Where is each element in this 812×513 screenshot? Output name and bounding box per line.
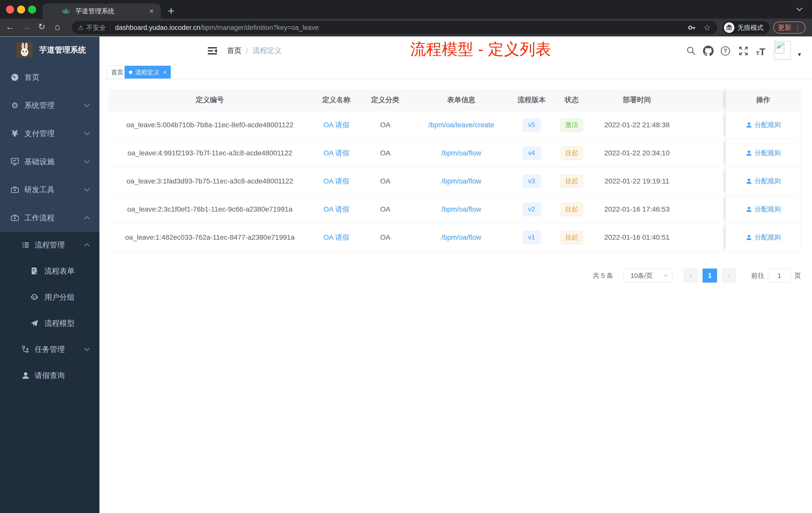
form-link[interactable]: /bpm/oa/flow xyxy=(441,233,481,241)
tab-close-icon[interactable]: × xyxy=(149,7,154,15)
address-bar[interactable]: ⚠ 不安全 dashboard.yudao.iocoder.cn /bpm/ma… xyxy=(72,21,717,34)
sidebar-item-label: 流程模型 xyxy=(45,318,75,329)
status-badge: 挂起 xyxy=(561,147,583,160)
window-minimize-button[interactable] xyxy=(17,5,25,13)
col-header-version: 流程版本 xyxy=(513,89,550,111)
definition-name-link[interactable]: OA 请假 xyxy=(323,148,349,158)
new-tab-button[interactable]: + xyxy=(168,4,174,18)
assign-rule-link[interactable]: 分配规则 xyxy=(746,177,781,185)
sidebar-item-workflow[interactable]: 工作流程 xyxy=(0,204,99,232)
sidebar-item-process-mgmt[interactable]: 流程管理 xyxy=(0,232,99,258)
avatar-caret-icon[interactable]: ▼ xyxy=(797,52,802,58)
version-badge: v3 xyxy=(522,175,541,188)
col-header-id: 定义编号 xyxy=(109,89,311,111)
browser-menu-dots-icon[interactable]: ⋮ xyxy=(794,24,801,32)
font-size-icon[interactable]: TT xyxy=(756,47,765,58)
password-key-icon[interactable] xyxy=(688,23,696,32)
prev-page-button[interactable]: ‹ xyxy=(684,269,698,282)
pagination-total: 共 5 条 xyxy=(593,271,613,280)
sidebar-item-payment[interactable]: ¥ 支付管理 xyxy=(0,119,99,148)
page-content: 定义编号 定义名称 定义分类 表单信息 流程版本 状态 部署时间 操作 oa_l… xyxy=(99,79,812,513)
sidebar-item-system[interactable]: ⚙ 系统管理 xyxy=(0,91,99,119)
sidebar-item-process-model[interactable]: 流程模型 xyxy=(0,310,99,336)
browser-toolbar: ← → ↻ ⌂ ⚠ 不安全 dashboard.yudao.iocoder.cn… xyxy=(0,19,812,36)
goto-page-input[interactable] xyxy=(768,269,791,282)
sidebar-item-label: 任务管理 xyxy=(35,344,65,355)
definition-name-link[interactable]: OA 请假 xyxy=(323,233,349,242)
help-icon[interactable]: ? xyxy=(720,46,731,56)
browser-tab[interactable]: 芋道管理系统 × xyxy=(43,3,161,19)
tag-process-definition[interactable]: 流程定义 × xyxy=(124,66,171,79)
chevron-down-icon xyxy=(83,187,90,192)
sidebar: 芋道管理系统 首页 ⚙ 系统管理 ¥ 支付管理 xyxy=(0,37,99,513)
cell-deploy-time: 2022-01-16 01:40:51 xyxy=(593,223,680,251)
main-area: 首页 / 流程定义 ? T xyxy=(99,37,812,513)
avatar[interactable] xyxy=(774,41,791,60)
table-row: oa_leave:3:1fad3d93-7b75-11ec-a3c8-acde4… xyxy=(109,167,801,195)
window-close-button[interactable] xyxy=(6,5,14,13)
table-row: oa_leave:5:004b710b-7b8a-11ec-8ef0-acde4… xyxy=(109,111,801,139)
breadcrumb-home[interactable]: 首页 xyxy=(227,46,241,56)
forward-button[interactable]: → xyxy=(22,22,31,32)
browser-chrome: 芋道管理系统 × + ← → ↻ ⌂ ⚠ 不安全 dashboard.yudao… xyxy=(0,0,812,36)
tags-view: 首页 流程定义 × xyxy=(99,65,812,79)
cell-category: OA xyxy=(361,139,409,167)
window-zoom-button[interactable] xyxy=(28,5,36,13)
search-icon[interactable] xyxy=(686,46,696,56)
form-link[interactable]: /bpm/oa/leave/create xyxy=(428,121,494,129)
sidebar-logo[interactable]: 芋道管理系统 xyxy=(0,37,99,63)
sidebar-item-leave-query[interactable]: 请假查询 xyxy=(0,362,99,389)
breadcrumb: 首页 / 流程定义 xyxy=(227,46,282,56)
back-button[interactable]: ← xyxy=(5,22,14,32)
sidebar-item-user-group[interactable]: 用户分组 xyxy=(0,284,99,310)
sidebar-item-infra[interactable]: 基础设施 xyxy=(0,148,99,176)
sidebar-item-label: 工作流程 xyxy=(24,213,55,223)
sidebar-item-process-form[interactable]: 流程表单 xyxy=(0,258,99,284)
security-label[interactable]: 不安全 xyxy=(86,23,106,32)
bookmark-star-icon[interactable]: ☆ xyxy=(703,23,711,32)
definition-name-link[interactable]: OA 请假 xyxy=(323,205,349,214)
tab-strip: 芋道管理系统 × + xyxy=(0,0,812,19)
yen-icon: ¥ xyxy=(9,128,20,139)
reload-button[interactable]: ↻ xyxy=(38,22,46,32)
sidebar-item-devtools[interactable]: 研发工具 xyxy=(0,176,99,204)
cell-definition-id: oa_leave:1:482ec033-762a-11ec-8477-a2380… xyxy=(109,223,311,251)
tag-close-icon[interactable]: × xyxy=(163,69,167,76)
assign-rule-link[interactable]: 分配规则 xyxy=(746,149,781,157)
form-link[interactable]: /bpm/oa/flow xyxy=(441,205,481,213)
update-label: 更新 xyxy=(778,23,791,32)
form-link[interactable]: /bpm/oa/flow xyxy=(441,149,481,157)
definition-name-link[interactable]: OA 请假 xyxy=(323,176,349,186)
status-badge: 挂起 xyxy=(561,175,583,188)
definition-name-link[interactable]: OA 请假 xyxy=(323,120,349,130)
chevron-up-icon xyxy=(83,215,90,221)
sidebar-item-label: 基础设施 xyxy=(24,157,55,167)
version-badge: v2 xyxy=(522,203,541,216)
sidebar-item-task-mgmt[interactable]: 任务管理 xyxy=(0,336,99,362)
sidebar-item-label: 用户分组 xyxy=(45,292,75,302)
cell-definition-id: oa_leave:2:3c1f0ef1-76b1-11ec-9c66-a2380… xyxy=(109,195,311,223)
sidebar-item-label: 首页 xyxy=(24,72,39,83)
url-path: /bpm/manager/definition?key=oa_leave xyxy=(200,24,688,32)
assign-rule-link[interactable]: 分配规则 xyxy=(746,205,781,214)
fullscreen-icon[interactable] xyxy=(738,46,749,56)
page-size-select[interactable]: 10条/页 xyxy=(623,269,672,282)
assign-rule-link[interactable]: 分配规则 xyxy=(746,233,781,242)
page-size-value: 10条/页 xyxy=(631,271,652,280)
current-page-button[interactable]: 1 xyxy=(702,269,717,282)
assign-rule-link[interactable]: 分配规则 xyxy=(746,120,781,129)
status-badge: 挂起 xyxy=(561,231,583,244)
sidebar-item-label: 流程表单 xyxy=(45,266,75,276)
monitor-icon xyxy=(9,157,20,167)
github-icon[interactable] xyxy=(703,46,714,56)
chevron-down-icon xyxy=(83,103,90,108)
url-host: dashboard.yudao.iocoder.cn xyxy=(115,24,200,32)
assign-user-icon xyxy=(746,122,752,128)
next-page-button[interactable]: › xyxy=(722,269,736,282)
chrome-update-button[interactable]: 更新 ⋮ xyxy=(773,22,806,34)
tab-search-chevron-icon[interactable] xyxy=(796,7,803,11)
home-button[interactable]: ⌂ xyxy=(55,22,60,32)
form-link[interactable]: /bpm/oa/flow xyxy=(441,177,481,185)
sidebar-collapse-icon[interactable] xyxy=(208,47,218,55)
sidebar-item-home[interactable]: 首页 xyxy=(0,63,99,91)
